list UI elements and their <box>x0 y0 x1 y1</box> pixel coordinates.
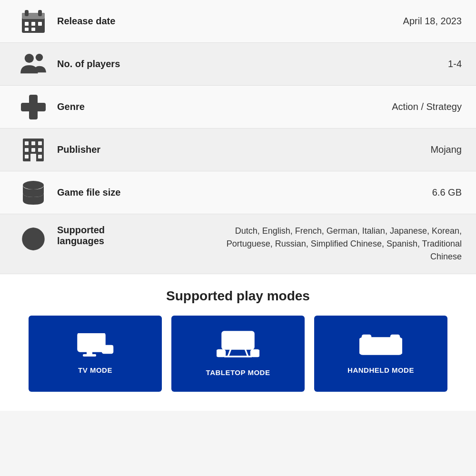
calendar-icon <box>14 9 52 34</box>
svg-rect-5 <box>31 22 35 26</box>
svg-rect-31 <box>87 352 92 354</box>
publisher-label: Publisher <box>52 144 430 155</box>
svg-point-53 <box>395 342 397 345</box>
svg-rect-22 <box>30 154 36 162</box>
release-date-row: Release date April 18, 2023 <box>0 0 476 43</box>
svg-rect-17 <box>25 148 29 152</box>
svg-rect-39 <box>225 334 251 347</box>
svg-rect-47 <box>252 352 254 354</box>
svg-point-10 <box>36 53 43 60</box>
svg-rect-21 <box>38 155 42 159</box>
tabletop-mode-card[interactable]: TABLETOP MODE <box>171 316 305 392</box>
svg-rect-57 <box>362 335 371 339</box>
num-players-value: 1-4 <box>448 59 462 69</box>
svg-rect-19 <box>38 148 42 152</box>
players-icon <box>14 52 52 76</box>
svg-point-9 <box>25 53 34 62</box>
tv-mode-label: TV MODE <box>78 366 112 374</box>
num-players-row: No. of players 1-4 <box>0 43 476 86</box>
handheld-icon <box>359 333 402 361</box>
svg-rect-16 <box>38 141 42 145</box>
play-modes-section: Supported play modes <box>0 274 476 411</box>
svg-rect-37 <box>109 350 111 352</box>
svg-line-41 <box>245 349 248 357</box>
info-section: Release date April 18, 2023 No. of playe… <box>0 0 476 274</box>
num-players-label: No. of players <box>52 59 448 69</box>
svg-rect-44 <box>218 352 219 354</box>
play-modes-heading: Supported play modes <box>10 288 466 304</box>
svg-point-23 <box>23 181 44 189</box>
genre-label: Genre <box>52 101 392 112</box>
languages-value: Dutch, English, French, German, Italian,… <box>224 225 462 263</box>
tabletop-icon <box>217 331 259 364</box>
file-size-label: Game file size <box>52 187 432 198</box>
svg-rect-6 <box>38 22 42 26</box>
svg-rect-20 <box>25 155 29 159</box>
languages-row: Supported languages Dutch, English, Fren… <box>0 214 476 274</box>
tv-mode-card[interactable]: TV MODE <box>29 316 162 392</box>
release-date-value: April 18, 2023 <box>403 16 462 27</box>
svg-rect-34 <box>102 346 113 349</box>
svg-rect-7 <box>25 28 29 31</box>
tabletop-mode-label: TABLETOP MODE <box>206 368 270 377</box>
file-size-row: Game file size 6.6 GB <box>0 171 476 214</box>
svg-rect-32 <box>83 354 96 357</box>
release-date-label: Release date <box>52 16 403 27</box>
handheld-mode-card[interactable]: HANDHELD MODE <box>314 316 447 392</box>
genre-value: Action / Strategy <box>392 101 462 112</box>
svg-rect-30 <box>81 336 102 349</box>
svg-rect-15 <box>31 141 35 145</box>
svg-rect-2 <box>25 10 29 16</box>
svg-rect-50 <box>369 340 393 352</box>
svg-rect-45 <box>222 352 224 354</box>
languages-icon <box>14 225 52 251</box>
svg-rect-18 <box>31 148 35 152</box>
play-modes-grid: TV MODE <box>10 316 466 401</box>
languages-label: Supported languages <box>52 225 224 247</box>
svg-rect-36 <box>106 350 108 352</box>
svg-point-55 <box>395 348 397 351</box>
svg-line-40 <box>228 349 231 357</box>
handheld-mode-label: HANDHELD MODE <box>347 366 414 374</box>
svg-rect-52 <box>361 345 366 347</box>
genre-icon <box>14 95 52 119</box>
svg-point-54 <box>397 345 400 348</box>
tv-icon <box>76 333 114 361</box>
filesize-icon <box>14 180 52 205</box>
svg-rect-12 <box>21 103 46 111</box>
svg-rect-35 <box>103 350 105 352</box>
genre-row: Genre Action / Strategy <box>0 86 476 129</box>
svg-point-56 <box>392 345 395 348</box>
svg-rect-58 <box>391 335 399 339</box>
file-size-value: 6.6 GB <box>432 187 462 198</box>
publisher-icon <box>14 138 52 162</box>
svg-rect-3 <box>38 10 42 16</box>
publisher-value: Mojang <box>430 144 462 155</box>
svg-rect-14 <box>25 141 29 145</box>
svg-rect-8 <box>31 28 35 31</box>
svg-rect-48 <box>257 352 258 354</box>
publisher-row: Publisher Mojang <box>0 129 476 171</box>
svg-rect-4 <box>25 22 29 26</box>
